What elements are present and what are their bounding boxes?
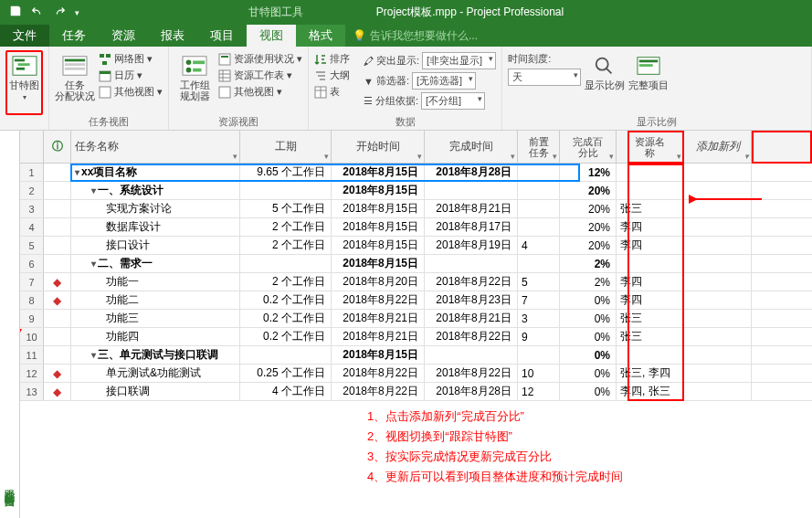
tables-button[interactable]: 表 bbox=[314, 85, 360, 99]
resource-cell[interactable]: 张三, 李四 bbox=[617, 365, 684, 382]
start-cell[interactable]: 2018年8月20日 bbox=[332, 273, 425, 291]
task-name-cell[interactable]: 数据库设计 bbox=[71, 218, 240, 236]
duration-cell[interactable]: 2 个工作日 bbox=[240, 273, 332, 291]
tab-report[interactable]: 报表 bbox=[148, 25, 197, 47]
resource-cell[interactable]: 李四, 张三 bbox=[617, 383, 684, 400]
new-cell[interactable] bbox=[684, 164, 752, 181]
row-number[interactable]: 10 bbox=[20, 328, 44, 345]
qat-dropdown-icon[interactable]: ▾ bbox=[75, 8, 79, 17]
new-cell[interactable] bbox=[684, 346, 752, 364]
duration-cell[interactable] bbox=[240, 182, 332, 199]
percent-cell[interactable]: 0% bbox=[560, 291, 617, 309]
percent-cell[interactable]: 0% bbox=[560, 383, 617, 400]
resource-cell[interactable] bbox=[617, 346, 684, 364]
finish-cell[interactable]: 2018年8月28日 bbox=[425, 164, 518, 181]
percent-cell[interactable]: 0% bbox=[560, 328, 617, 345]
new-cell[interactable] bbox=[684, 237, 752, 254]
other-resource-views-button[interactable]: 其他视图 ▾ bbox=[218, 85, 302, 99]
row-number[interactable]: 4 bbox=[20, 218, 44, 236]
predecessor-cell[interactable] bbox=[518, 200, 560, 217]
task-name-cell[interactable]: 一、系统设计 bbox=[71, 182, 240, 199]
row-number[interactable]: 6 bbox=[20, 255, 44, 272]
task-name-cell[interactable]: 接口设计 bbox=[71, 237, 240, 254]
finish-cell[interactable]: 2018年8月28日 bbox=[425, 383, 518, 400]
filter-dropdown[interactable]: [无筛选器] bbox=[412, 72, 476, 90]
row-number[interactable]: 11 bbox=[20, 346, 44, 364]
resource-cell[interactable]: 张三 bbox=[617, 200, 684, 217]
table-row[interactable]: 1xx项目名称9.65 个工作日2018年8月15日2018年8月28日12% bbox=[20, 164, 812, 182]
gantt-chart-button[interactable]: 甘特图 ▾ bbox=[5, 50, 43, 115]
tab-view[interactable]: 视图 bbox=[247, 25, 296, 47]
finish-cell[interactable]: 2018年8月21日 bbox=[425, 310, 518, 327]
resource-cell[interactable]: 张三 bbox=[617, 328, 684, 345]
task-name-cell[interactable]: 二、需求一 bbox=[71, 255, 240, 272]
row-number[interactable]: 2 bbox=[20, 182, 44, 199]
percent-cell[interactable]: 20% bbox=[560, 218, 617, 236]
zoom-button[interactable]: 显示比例 bbox=[585, 50, 625, 115]
view-bar[interactable]: 跟踪甘特图 bbox=[0, 131, 20, 518]
new-cell[interactable] bbox=[684, 218, 752, 236]
resource-cell[interactable] bbox=[617, 182, 684, 199]
task-name-cell[interactable]: 功能三 bbox=[71, 310, 240, 327]
row-number[interactable]: 1 bbox=[20, 164, 44, 181]
percent-cell[interactable]: 20% bbox=[560, 200, 617, 217]
tab-project[interactable]: 项目 bbox=[197, 25, 247, 47]
percent-cell[interactable]: 12% bbox=[560, 164, 617, 181]
resource-cell[interactable] bbox=[617, 255, 684, 272]
col-indicator[interactable]: ⓘ bbox=[44, 131, 71, 163]
tab-resource[interactable]: 资源 bbox=[99, 25, 148, 47]
duration-cell[interactable] bbox=[240, 255, 332, 272]
task-usage-button[interactable]: 任务 分配状况 bbox=[55, 50, 95, 115]
undo-icon[interactable] bbox=[31, 5, 44, 20]
finish-cell[interactable]: 2018年8月19日 bbox=[425, 237, 518, 254]
predecessor-cell[interactable] bbox=[518, 346, 560, 364]
start-cell[interactable]: 2018年8月21日 bbox=[332, 328, 425, 345]
row-number[interactable]: 9 bbox=[20, 310, 44, 327]
new-cell[interactable] bbox=[684, 383, 752, 400]
highlight-dropdown[interactable]: [非突出显示] bbox=[422, 52, 496, 69]
percent-cell[interactable]: 2% bbox=[560, 255, 617, 272]
new-cell[interactable] bbox=[684, 255, 752, 272]
table-row[interactable]: 10功能四0.2 个工作日2018年8月21日2018年8月22日90%张三 bbox=[20, 328, 812, 346]
table-row[interactable]: 5接口设计2 个工作日2018年8月15日2018年8月19日420%李四 bbox=[20, 237, 812, 255]
col-duration[interactable]: 工期▾ bbox=[240, 131, 332, 163]
row-number[interactable]: 5 bbox=[20, 237, 44, 254]
start-cell[interactable]: 2018年8月22日 bbox=[332, 291, 425, 309]
start-cell[interactable]: 2018年8月15日 bbox=[332, 218, 425, 236]
group-dropdown[interactable]: [不分组] bbox=[421, 92, 485, 110]
start-cell[interactable]: 2018年8月15日 bbox=[332, 200, 425, 217]
calendar-button[interactable]: 日历 ▾ bbox=[99, 69, 163, 82]
percent-cell[interactable]: 0% bbox=[560, 365, 617, 382]
new-cell[interactable] bbox=[684, 310, 752, 327]
duration-cell[interactable]: 2 个工作日 bbox=[240, 237, 332, 254]
duration-cell[interactable]: 4 个工作日 bbox=[240, 383, 332, 400]
row-number[interactable]: 3 bbox=[20, 200, 44, 217]
predecessor-cell[interactable] bbox=[518, 255, 560, 272]
start-cell[interactable]: 2018年8月22日 bbox=[332, 383, 425, 400]
save-icon[interactable] bbox=[9, 5, 22, 20]
finish-cell[interactable]: 2018年8月22日 bbox=[425, 328, 518, 345]
predecessor-cell[interactable]: 9 bbox=[518, 328, 560, 345]
table-row[interactable]: 3实现方案讨论5 个工作日2018年8月15日2018年8月21日20%张三 bbox=[20, 200, 812, 218]
task-name-cell[interactable]: 实现方案讨论 bbox=[71, 200, 240, 217]
duration-cell[interactable] bbox=[240, 346, 332, 364]
new-cell[interactable] bbox=[684, 200, 752, 217]
predecessor-cell[interactable] bbox=[518, 164, 560, 181]
resource-cell[interactable]: 李四 bbox=[617, 218, 684, 236]
table-row[interactable]: 12◆单元测试&功能测试0.25 个工作日2018年8月22日2018年8月22… bbox=[20, 365, 812, 383]
col-finish[interactable]: 完成时间▾ bbox=[425, 131, 518, 163]
tab-file[interactable]: 文件 bbox=[0, 25, 49, 47]
table-row[interactable]: 2一、系统设计2018年8月15日20% bbox=[20, 182, 812, 200]
resource-cell[interactable] bbox=[617, 164, 684, 181]
resource-usage-button[interactable]: 资源使用状况 ▾ bbox=[218, 52, 302, 66]
start-cell[interactable]: 2018年8月15日 bbox=[332, 164, 425, 181]
predecessor-cell[interactable]: 5 bbox=[518, 273, 560, 291]
redo-icon[interactable] bbox=[53, 5, 66, 20]
resource-cell[interactable]: 张三 bbox=[617, 310, 684, 327]
finish-cell[interactable]: 2018年8月22日 bbox=[425, 365, 518, 382]
finish-cell[interactable]: 2018年8月17日 bbox=[425, 218, 518, 236]
row-number[interactable]: 7 bbox=[20, 273, 44, 291]
predecessor-cell[interactable]: 3 bbox=[518, 310, 560, 327]
finish-cell[interactable]: 2018年8月23日 bbox=[425, 291, 518, 309]
start-cell[interactable]: 2018年8月15日 bbox=[332, 182, 425, 199]
